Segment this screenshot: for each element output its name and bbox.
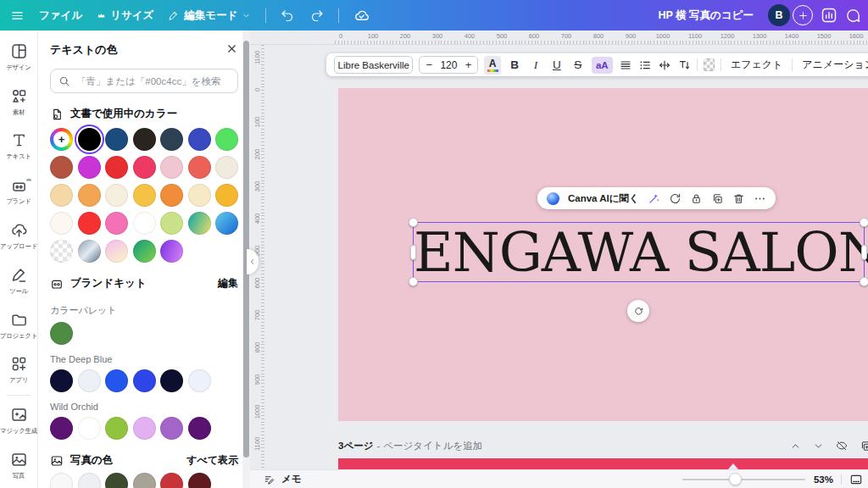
page-title-placeholder[interactable]: ページタイトルを追加 [383, 440, 482, 452]
color-swatch[interactable] [160, 212, 183, 235]
font-size-value[interactable]: 120 [440, 59, 457, 71]
insights-button[interactable] [821, 7, 837, 24]
color-swatch[interactable] [105, 212, 128, 235]
color-swatch[interactable] [160, 156, 183, 179]
duplicate-icon[interactable] [711, 192, 724, 205]
resize-handle-bottom-right[interactable] [860, 277, 868, 286]
color-swatch[interactable] [160, 240, 183, 263]
color-swatch[interactable] [188, 369, 211, 392]
grid-view-icon[interactable] [849, 473, 863, 486]
undo-button[interactable] [281, 8, 295, 23]
color-swatch[interactable] [50, 184, 73, 207]
sidebar-item-tools[interactable]: ツール [0, 258, 38, 303]
color-swatch[interactable] [133, 473, 156, 488]
increase-font-size-button[interactable]: + [465, 58, 472, 71]
sidebar-item-projects[interactable]: プロジェクト [0, 303, 38, 348]
color-swatch[interactable] [133, 212, 156, 235]
sidebar-item-elements[interactable]: 素材 [0, 80, 38, 125]
more-options-icon[interactable] [754, 192, 766, 205]
sidebar-item-upload[interactable]: アップロード [0, 214, 38, 258]
color-swatch-transparent[interactable] [50, 240, 73, 263]
color-swatch[interactable] [78, 417, 101, 440]
effects-button[interactable]: エフェクト [727, 58, 786, 72]
redo-button[interactable] [309, 8, 324, 23]
color-swatch[interactable] [133, 417, 156, 440]
text-color-button[interactable]: A [484, 56, 501, 75]
color-search-box[interactable] [50, 69, 238, 93]
color-swatch-selected[interactable] [78, 128, 101, 151]
color-swatch[interactable] [105, 156, 128, 179]
spacing-icon[interactable] [658, 58, 671, 72]
color-swatch[interactable] [105, 473, 128, 488]
close-panel-button[interactable] [225, 42, 238, 58]
color-swatch[interactable] [215, 184, 238, 207]
comments-button[interactable] [845, 8, 861, 24]
color-swatch[interactable] [105, 369, 128, 392]
color-swatch[interactable] [105, 128, 128, 151]
edit-mode-button[interactable]: 編集モード [168, 8, 251, 23]
color-swatch[interactable] [188, 212, 211, 235]
color-swatch[interactable] [50, 369, 73, 392]
color-swatch[interactable] [133, 128, 156, 151]
color-swatch[interactable] [215, 212, 238, 235]
italic-button[interactable]: I [528, 58, 543, 72]
color-swatch[interactable] [50, 212, 73, 235]
heading-text[interactable]: ENGAWA SALON [414, 225, 864, 280]
resize-handle-bottom-left[interactable] [409, 277, 418, 286]
sidebar-item-magic[interactable]: マジック生成 [0, 398, 38, 443]
decrease-font-size-button[interactable]: − [426, 58, 432, 71]
transparency-button[interactable] [704, 58, 715, 71]
ask-canva-ai-button[interactable]: Canva AIに聞く [568, 192, 639, 205]
regenerate-icon[interactable] [669, 192, 682, 205]
color-swatch[interactable] [188, 417, 211, 440]
color-swatch[interactable] [78, 184, 101, 207]
main-menu-button[interactable] [10, 8, 25, 23]
color-swatch[interactable] [78, 240, 101, 263]
color-swatch[interactable] [188, 473, 211, 488]
color-swatch[interactable] [50, 417, 73, 440]
resize-handle-right[interactable] [861, 245, 867, 260]
resize-handle-left[interactable] [410, 245, 416, 260]
resize-button[interactable]: リサイズ [97, 8, 153, 23]
zoom-slider[interactable] [682, 479, 805, 480]
color-swatch[interactable] [78, 473, 101, 488]
color-swatch[interactable] [160, 128, 183, 151]
text-case-button[interactable]: aA [592, 57, 613, 74]
font-family-selector[interactable]: Libre Baskerville [334, 56, 413, 74]
color-swatch[interactable] [133, 369, 156, 392]
selected-text-element[interactable]: ENGAWA SALON [413, 222, 865, 282]
brand-kit-edit-link[interactable]: 編集 [218, 276, 238, 291]
color-swatch[interactable] [133, 156, 156, 179]
color-swatch[interactable] [160, 184, 183, 207]
magic-edit-icon[interactable] [648, 192, 660, 205]
sidebar-item-text[interactable]: テキスト [0, 125, 38, 169]
color-swatch[interactable] [133, 240, 156, 263]
color-swatch[interactable] [133, 184, 156, 207]
color-swatch[interactable] [78, 369, 101, 392]
color-swatch[interactable] [188, 128, 211, 151]
resize-handle-top-right[interactable] [860, 218, 868, 227]
font-size-stepper[interactable]: − 120 + [419, 56, 478, 74]
next-page-preview[interactable] [338, 458, 868, 469]
bold-button[interactable]: B [507, 58, 522, 71]
color-swatch[interactable] [105, 240, 128, 263]
sidebar-item-design[interactable]: デザイン [0, 35, 38, 80]
move-page-down-icon[interactable] [813, 441, 824, 452]
color-swatch[interactable] [50, 322, 73, 345]
color-swatch[interactable] [160, 369, 183, 392]
sidebar-item-brand[interactable]: ブランド [0, 169, 38, 214]
lock-icon[interactable] [690, 192, 703, 205]
move-page-up-icon[interactable] [790, 441, 801, 452]
add-member-button[interactable] [793, 5, 813, 25]
color-swatch[interactable] [50, 473, 73, 488]
vertical-text-icon[interactable] [677, 58, 691, 72]
avatar[interactable]: B [768, 4, 790, 26]
underline-button[interactable]: U [549, 58, 565, 71]
list-icon[interactable] [638, 58, 652, 72]
color-swatch[interactable] [188, 184, 211, 207]
color-swatch[interactable] [188, 156, 211, 179]
document-title[interactable]: HP 横 写真のコピー [659, 8, 754, 23]
color-swatch[interactable] [78, 156, 101, 179]
file-menu-button[interactable]: ファイル [39, 8, 82, 23]
color-swatch[interactable] [160, 417, 183, 440]
